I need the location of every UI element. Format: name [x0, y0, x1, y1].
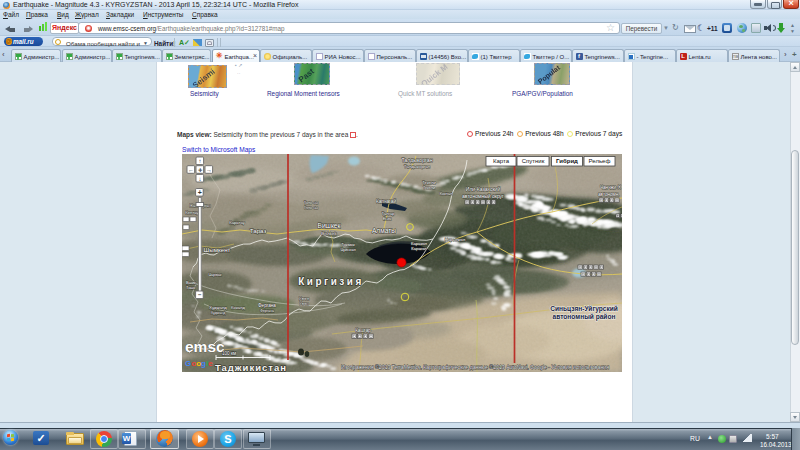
svg-text:Коканд: Коканд [231, 305, 245, 310]
svg-text:Карта: Карта [493, 158, 510, 164]
svg-text:↑: ↑ [199, 158, 202, 164]
svg-text:Фергана: Фергана [258, 303, 276, 308]
svg-text:→: → [206, 167, 212, 173]
svg-text:Худжанд: Худжанд [211, 311, 226, 315]
svg-text:↓: ↓ [199, 176, 202, 182]
svg-text:Кашгар: Кашгар [355, 328, 371, 333]
svg-text:+: + [198, 189, 202, 196]
svg-text:Изображения ©2013 TerraMetrics: Изображения ©2013 TerraMetrics, Картогра… [341, 364, 609, 370]
svg-text:Шымкент: Шымкент [204, 246, 231, 253]
svg-text:Гяло бы: Гяло бы [304, 206, 318, 210]
svg-text:Толо бы: Толо бы [304, 201, 319, 205]
svg-text:Текели: Текели [422, 180, 436, 185]
svg-text:Каратау: Каратау [229, 220, 245, 225]
svg-text:Или-Казахский: Или-Казахский [466, 186, 501, 192]
svg-text:Чуйская: Чуйская [340, 247, 355, 252]
svg-text:Киргизия: Киргизия [298, 276, 364, 287]
svg-text:Алматы: Алматы [372, 227, 396, 234]
svg-text:Спутник: Спутник [522, 158, 545, 164]
svg-text:Капчагай: Капчагай [376, 198, 397, 204]
svg-text:Google: Google [185, 359, 213, 368]
svg-text:Текели: Текели [423, 186, 435, 190]
svg-text:автономный район: автономный район [553, 313, 616, 321]
svg-text:←: ← [188, 167, 194, 173]
svg-text:emsc: emsc [185, 338, 225, 355]
svg-text:Bishkek: Bishkek [321, 231, 337, 236]
svg-text:100 км: 100 км [222, 351, 236, 356]
svg-text:Каракол: Каракол [411, 246, 427, 251]
svg-text:Тошк: Тошк [186, 285, 196, 290]
svg-text:Есик: Есик [383, 216, 392, 221]
svg-text:Гибрид: Гибрид [556, 158, 578, 164]
svg-text:автономный округ: автономный округ [462, 193, 504, 199]
svg-text:Худжанд: Худжанд [209, 305, 227, 310]
svg-text:Узген: Узген [299, 296, 310, 301]
svg-text:Бишкек: Бишкек [318, 222, 341, 229]
svg-text:Кентау: Кентау [185, 210, 199, 215]
svg-text:Узген: Узген [299, 302, 308, 306]
svg-text:Тараз: Тараз [250, 227, 267, 234]
svg-text:Таджикистан: Таджикистан [215, 362, 287, 373]
svg-text:Талдыкорган: Талдыкорган [404, 164, 431, 169]
svg-text:Рельеф: Рельеф [589, 158, 611, 164]
svg-text:Нарынкол: Нарынкол [445, 237, 466, 242]
svg-text:Талдыкорган: Талдыкорган [401, 157, 432, 163]
svg-text:Коктал: Коктал [440, 191, 453, 196]
svg-text:Чарвак: Чарвак [208, 272, 221, 277]
svg-text:автономн.: автономн. [598, 192, 620, 197]
svg-text:−: − [198, 292, 202, 298]
svg-text:Фергана: Фергана [260, 309, 274, 313]
svg-text:Чанчжи-Х: Чанчжи-Х [600, 185, 621, 190]
